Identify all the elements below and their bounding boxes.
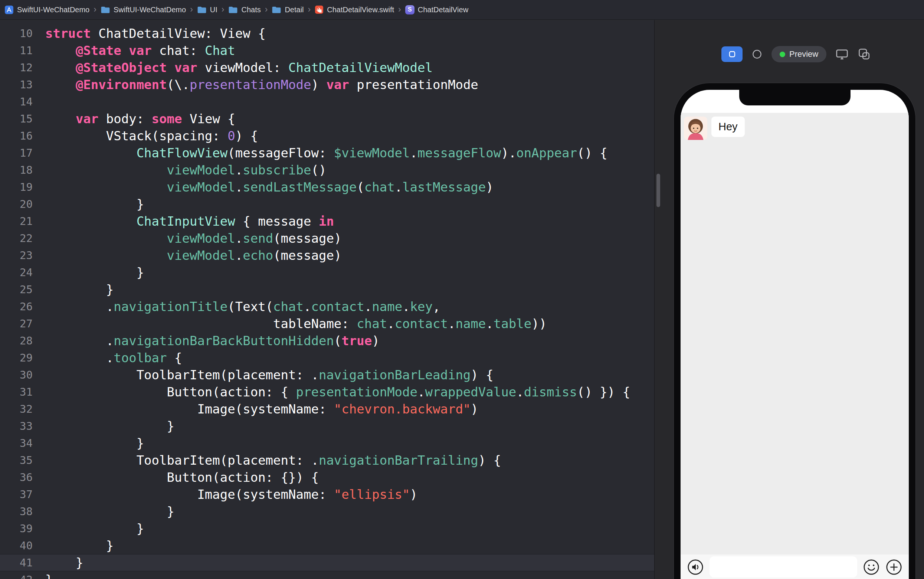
code-line[interactable]: 10struct ChatDetailView: View { [0,25,654,42]
code-text: ToolbarItem(placement: .navigationBarTra… [45,452,501,469]
line-number[interactable]: 22 [0,230,33,247]
code-line[interactable]: 11 @State var chat: Chat [0,42,654,59]
device-bezels-button[interactable] [857,47,871,61]
code-text: Image(systemName: "ellipsis") [45,486,418,503]
line-number[interactable]: 32 [0,401,33,417]
code-line[interactable]: 15 var body: some View { [0,110,654,127]
line-number[interactable]: 18 [0,162,33,178]
line-number[interactable]: 23 [0,247,33,264]
swift-file-icon [315,5,323,14]
line-number[interactable]: 17 [0,144,33,162]
line-number[interactable]: 39 [0,520,33,537]
line-number[interactable]: 41 [0,554,33,571]
code-line[interactable]: 22 viewModel.send(message) [0,230,654,247]
code-line[interactable]: 41 } [0,554,654,571]
line-number[interactable]: 29 [0,349,33,366]
code-line[interactable]: 12 @StateObject var viewModel: ChatDetai… [0,59,654,76]
line-number[interactable]: 15 [0,110,33,127]
line-number[interactable]: 19 [0,178,33,196]
preview-on-device-button[interactable] [835,47,849,61]
line-number[interactable]: 35 [0,452,33,469]
breadcrumb-item[interactable]: SwiftUI-WeChatDemo [5,5,90,15]
code-text: .navigationBarBackButtonHidden(true) [45,332,380,349]
line-number[interactable]: 12 [0,59,33,76]
breadcrumb-label: SwiftUI-WeChatDemo [114,6,186,14]
line-number[interactable]: 25 [0,281,33,298]
breadcrumb-item[interactable]: Detail [272,6,304,14]
code-line[interactable]: 42} [0,571,654,579]
preview-toolbar: Preview [722,46,871,62]
line-number[interactable]: 16 [0,127,33,144]
code-line[interactable]: 13 @Environment(\.presentationMode) var … [0,76,654,93]
code-line[interactable]: 18 viewModel.subscribe() [0,162,654,178]
line-number[interactable]: 28 [0,332,33,349]
code-line[interactable]: 37 Image(systemName: "ellipsis") [0,486,654,503]
breadcrumb-label: Chats [241,6,261,14]
code-line[interactable]: 28 .navigationBarBackButtonHidden(true) [0,332,654,349]
chevron-right-icon: › [308,5,311,14]
line-number[interactable]: 27 [0,315,33,332]
line-number[interactable]: 38 [0,503,33,520]
avatar[interactable] [684,116,707,140]
code-line[interactable]: 17 ChatFlowView(messageFlow: $viewModel.… [0,144,654,162]
code-line[interactable]: 36 Button(action: {}) { [0,469,654,486]
scrollbar-thumb[interactable] [656,174,660,207]
code-text: VStack(spacing: 0) { [45,127,258,144]
code-line[interactable]: 20 } [0,196,654,213]
line-number[interactable]: 14 [0,93,33,110]
line-number[interactable]: 31 [0,383,33,401]
code-editor[interactable]: 10struct ChatDetailView: View {11 @State… [0,20,654,579]
preview-status[interactable]: Preview [772,46,826,62]
line-number[interactable]: 34 [0,435,33,452]
code-line[interactable]: 32 Image(systemName: "chevron.backward") [0,401,654,417]
code-line[interactable]: 21 ChatInputView { message in [0,213,654,230]
line-number[interactable]: 37 [0,486,33,503]
code-line[interactable]: 24 } [0,264,654,281]
line-number[interactable]: 26 [0,298,33,315]
line-number[interactable]: 11 [0,42,33,59]
line-number[interactable]: 20 [0,196,33,213]
line-number[interactable]: 21 [0,213,33,230]
code-line[interactable]: 16 VStack(spacing: 0) { [0,127,654,144]
line-number[interactable]: 13 [0,76,33,93]
voice-icon[interactable] [687,559,704,576]
code-line[interactable]: 26 .navigationTitle(Text(chat.contact.na… [0,298,654,315]
code-line[interactable]: 38 } [0,503,654,520]
breadcrumb-item[interactable]: SwiftUI-WeChatDemo [101,6,186,14]
line-number[interactable]: 24 [0,264,33,281]
code-line[interactable]: 25 } [0,281,654,298]
code-text: } [45,571,53,579]
code-line[interactable]: 34 } [0,435,654,452]
code-text: } [45,537,114,554]
code-line[interactable]: 29 .toolbar { [0,349,654,366]
breadcrumb-item[interactable]: ChatDetailView.swift [315,5,394,14]
line-number[interactable]: 10 [0,25,33,42]
code-line[interactable]: 27 tableName: chat.contact.name.table)) [0,315,654,332]
code-line[interactable]: 19 viewModel.sendLastMessage(chat.lastMe… [0,178,654,196]
line-number[interactable]: 30 [0,366,33,383]
code-text: @Environment(\.presentationMode) var pre… [45,76,478,93]
code-text: Image(systemName: "chevron.backward") [45,401,478,417]
code-line[interactable]: 35 ToolbarItem(placement: .navigationBar… [0,452,654,469]
line-number[interactable]: 36 [0,469,33,486]
chat-bubble[interactable]: Hey [711,116,745,137]
code-line[interactable]: 14 [0,93,654,110]
code-line[interactable]: 40 } [0,537,654,554]
device-settings-button[interactable] [751,49,762,60]
breadcrumb-item[interactable]: SChatDetailView [405,5,468,15]
breadcrumb-item[interactable]: Chats [228,6,261,14]
code-line[interactable]: 39 } [0,520,654,537]
line-number[interactable]: 42 [0,571,33,579]
line-number[interactable]: 40 [0,537,33,554]
code-line[interactable]: 33 } [0,417,654,435]
display-icon [835,47,849,61]
breadcrumb-item[interactable]: UI [197,6,217,14]
chat-text-input[interactable] [710,556,857,577]
emoji-icon[interactable] [863,559,880,576]
code-line[interactable]: 23 viewModel.echo(message) [0,247,654,264]
add-icon[interactable] [885,559,903,576]
line-number[interactable]: 33 [0,417,33,435]
live-preview-button[interactable] [722,46,743,62]
code-line[interactable]: 30 ToolbarItem(placement: .navigationBar… [0,366,654,383]
code-line[interactable]: 31 Button(action: { presentationMode.wra… [0,383,654,401]
